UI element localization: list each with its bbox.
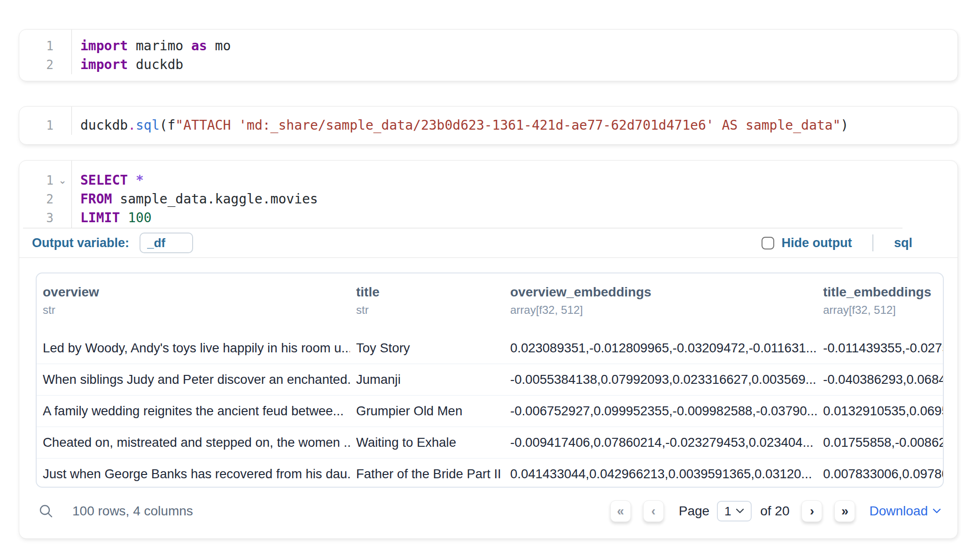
- code-token: import: [80, 57, 128, 72]
- code-token: ): [840, 117, 848, 133]
- code-token: marimo: [128, 38, 191, 54]
- line-number-gutter: 1 2: [19, 30, 72, 74]
- code-token: duckdb: [128, 57, 183, 72]
- table-footer: 100 rows, 4 columns « ‹ Page 1 of 20 › »…: [36, 494, 941, 528]
- code-line: SELECT *: [80, 171, 318, 190]
- previous-page-button[interactable]: ‹: [643, 500, 664, 522]
- code-token: FROM: [80, 191, 112, 207]
- code-token: (: [160, 117, 168, 133]
- line-number: 1: [19, 171, 54, 190]
- code-line: import duckdb: [80, 55, 231, 74]
- column-header-overview-embeddings[interactable]: overview_embeddings array[f32, 512]: [504, 285, 817, 333]
- code-token: "ATTACH 'md:_share/sample_data/23b0d623-…: [175, 117, 840, 133]
- cell-overview-embeddings: 0.041433044,0.042966213,0.0039591365,0.0…: [504, 467, 817, 482]
- code-area[interactable]: SELECT * FROM sample_data.kaggle.movies …: [72, 161, 318, 228]
- cell-title: Waiting to Exhale: [350, 435, 504, 450]
- table-row: When siblings Judy and Peter discover an…: [37, 364, 943, 395]
- cell-title: Grumpier Old Men: [350, 404, 504, 419]
- cell-overview: A family wedding reignites the ancient f…: [37, 404, 350, 419]
- cell-overview-embeddings: -0.009417406,0.07860214,-0.023279453,0.0…: [504, 435, 817, 450]
- code-area[interactable]: duckdb.sql(f"ATTACH 'md:_share/sample_da…: [72, 107, 848, 135]
- table-row: Just when George Banks has recovered fro…: [37, 458, 943, 488]
- line-number: 1: [19, 37, 54, 55]
- page-select-value: 1: [724, 504, 731, 519]
- cell-title-embeddings: -0.011439355,-0.02752: [817, 341, 943, 356]
- cell-overview: When siblings Judy and Peter discover an…: [37, 372, 350, 387]
- page-total-label: of 20: [760, 504, 789, 519]
- table-row: A family wedding reignites the ancient f…: [37, 395, 943, 427]
- hide-output-checkbox[interactable]: [762, 237, 774, 249]
- code-area[interactable]: import marimo as mo import duckdb: [72, 30, 231, 74]
- column-type: str: [356, 303, 504, 317]
- code-token: as: [191, 38, 207, 54]
- code-token: import: [80, 38, 128, 54]
- cell-title-embeddings: -0.040386293,0.06845: [817, 372, 943, 387]
- code-token: mo: [207, 38, 231, 54]
- row-count-status: 100 rows, 4 columns: [72, 504, 193, 519]
- code-cell-imports: 1 2 import marimo as mo import duckdb: [19, 29, 958, 81]
- code-line: duckdb.sql(f"ATTACH 'md:_share/sample_da…: [80, 116, 848, 135]
- cell-overview-embeddings: 0.023089351,-0.012809965,-0.03209472,-0.…: [504, 341, 817, 356]
- cell-title: Father of the Bride Part II: [350, 467, 504, 482]
- table-header-row: overview str title str overview_embeddin…: [37, 273, 943, 333]
- code-editor[interactable]: 1 2 import marimo as mo import duckdb: [19, 30, 957, 74]
- next-page-button[interactable]: ›: [801, 500, 822, 522]
- code-line: import marimo as mo: [80, 37, 231, 55]
- line-number: 2: [19, 55, 54, 74]
- output-variable-label: Output variable:: [32, 236, 129, 250]
- cell-overview: Just when George Banks has recovered fro…: [37, 467, 350, 482]
- column-header-title[interactable]: title str: [350, 285, 504, 333]
- cell-title: Toy Story: [350, 341, 504, 356]
- code-token: 100: [128, 210, 152, 226]
- page-select[interactable]: 1: [717, 501, 752, 521]
- sql-cell: 1⌄ 2 3 SELECT * FROM sample_data.kaggle.…: [19, 160, 958, 539]
- line-number: 1: [19, 116, 54, 135]
- cell-title-embeddings: 0.01755858,-0.0086286: [817, 435, 943, 450]
- line-number: 2: [19, 190, 54, 209]
- hide-output-label[interactable]: Hide output: [782, 236, 852, 250]
- first-page-icon: «: [617, 504, 624, 519]
- code-editor[interactable]: 1 duckdb.sql(f"ATTACH 'md:_share/sample_…: [19, 107, 957, 135]
- download-label: Download: [869, 504, 928, 519]
- cell-title-embeddings: 0.0132910535,0.06958: [817, 404, 943, 419]
- fold-chevron-icon[interactable]: ⌄: [54, 171, 71, 190]
- line-number-gutter: 1⌄ 2 3: [19, 161, 72, 228]
- code-token: f: [167, 117, 175, 133]
- download-button[interactable]: Download: [869, 504, 941, 519]
- next-page-icon: ›: [810, 504, 814, 519]
- first-page-button[interactable]: «: [610, 500, 631, 522]
- result-table: overview str title str overview_embeddin…: [36, 272, 944, 488]
- last-page-button[interactable]: »: [834, 500, 855, 522]
- output-divider: [19, 257, 957, 258]
- output-variable-input[interactable]: [140, 233, 193, 253]
- code-line: FROM sample_data.kaggle.movies: [80, 190, 318, 209]
- column-type: array[f32, 512]: [823, 303, 943, 317]
- code-token: duckdb: [80, 117, 128, 133]
- cell-overview-embeddings: -0.0055384138,0.07992093,0.023316627,0.0…: [504, 372, 817, 387]
- column-header-overview[interactable]: overview str: [37, 285, 350, 333]
- page-label: Page: [679, 504, 709, 519]
- vertical-divider: [872, 234, 873, 251]
- column-header-title-embeddings[interactable]: title_embeddings array[f32, 512]: [817, 285, 943, 333]
- cell-overview-embeddings: -0.006752927,0.099952355,-0.009982588,-0…: [504, 404, 817, 419]
- code-line: LIMIT 100: [80, 209, 318, 227]
- table-row: Led by Woody, Andy's toys live happily i…: [37, 333, 943, 364]
- chevron-down-icon: [736, 508, 744, 514]
- code-token: SELECT: [80, 172, 128, 188]
- code-cell-attach: 1 duckdb.sql(f"ATTACH 'md:_share/sample_…: [19, 106, 958, 145]
- cell-title-embeddings: 0.007833006,0.097801: [817, 467, 943, 482]
- column-type: array[f32, 512]: [510, 303, 817, 317]
- column-type: str: [43, 303, 350, 317]
- code-token: sql: [136, 117, 160, 133]
- search-icon[interactable]: [39, 504, 54, 519]
- code-editor[interactable]: 1⌄ 2 3 SELECT * FROM sample_data.kaggle.…: [19, 161, 957, 228]
- chevron-down-icon: [933, 508, 941, 514]
- language-badge: sql: [894, 236, 912, 250]
- code-token: sample_data.kaggle.movies: [112, 191, 318, 207]
- sql-options-bar: Output variable: Hide output sql: [19, 228, 957, 257]
- previous-page-icon: ‹: [651, 504, 655, 519]
- cell-title: Jumanji: [350, 372, 504, 387]
- code-token: .: [128, 117, 136, 133]
- table-row: Cheated on, mistreated and stepped on, t…: [37, 427, 943, 458]
- line-number-gutter: 1: [19, 107, 72, 135]
